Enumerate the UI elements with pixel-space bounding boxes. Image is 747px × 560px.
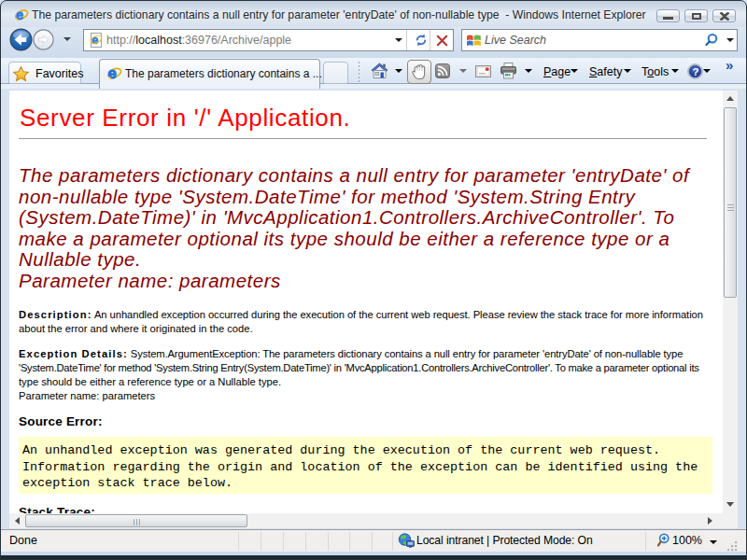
svg-text:e: e <box>108 65 117 81</box>
svg-text:?: ? <box>692 66 698 77</box>
